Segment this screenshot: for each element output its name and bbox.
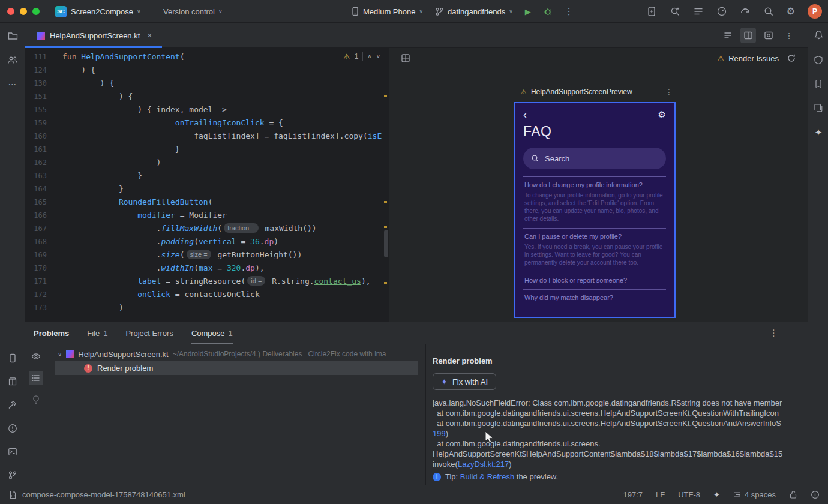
phone-preview[interactable]: ‹ ⚙ FAQ Search How do I change my profil… [514, 102, 676, 318]
code-line: 160 faqList[index] = faqList[index].copy… [25, 130, 389, 143]
lightbulb-icon[interactable] [29, 392, 43, 407]
render-issues-button[interactable]: ⚠ Render Issues [718, 54, 779, 63]
layers-icon[interactable] [814, 103, 823, 113]
faq-answer: To change your profile information, go t… [524, 191, 665, 223]
settings-gear-icon[interactable]: ⚙ [658, 109, 666, 120]
panel-options-kebab-icon[interactable]: ⋮ [769, 328, 778, 338]
info-circle-icon[interactable] [811, 490, 820, 499]
minimize-window-button[interactable] [20, 8, 27, 15]
encoding-widget[interactable]: UTF-8 [678, 490, 700, 499]
line-number: 171 [25, 275, 54, 288]
line-separator-widget[interactable]: LF [656, 490, 665, 499]
inspections-widget[interactable]: ⚠ 1 ∧ ∨ [343, 52, 380, 61]
tab-project-errors[interactable]: Project Errors [125, 322, 173, 344]
left-tool-rail: ⋯ [0, 23, 25, 485]
line-number: 173 [25, 301, 54, 314]
git-branch-icon[interactable] [8, 470, 17, 480]
notifications-bell-icon[interactable] [814, 30, 824, 40]
profiler-icon[interactable] [716, 6, 727, 17]
line-number: 172 [25, 288, 54, 301]
kotlin-file-icon [66, 350, 74, 358]
refresh-preview-icon[interactable] [784, 50, 799, 66]
zoom-window-button[interactable] [32, 8, 40, 15]
code-editor[interactable]: 111fun HelpAndSupportContent(124 ) {130 … [25, 48, 389, 322]
tab-label: File [87, 329, 100, 338]
details-view-icon[interactable] [29, 371, 43, 385]
version-control-menu-button[interactable]: Version control ∨ [163, 7, 223, 16]
minimize-panel-icon[interactable]: — [790, 329, 798, 338]
debug-button[interactable] [543, 7, 553, 16]
tab-label: Compose [191, 329, 225, 338]
faq-item[interactable]: How do I block or report someone? [523, 272, 666, 290]
tree-problem-row-selected[interactable]: ! Render problem [55, 361, 418, 375]
profile-avatar[interactable]: P [808, 4, 822, 19]
device-manager-icon[interactable] [814, 79, 823, 89]
faq-item[interactable]: Why did my match disappear? [523, 290, 666, 307]
run-button[interactable]: ▶ [525, 7, 531, 16]
run-options-kebab-icon[interactable]: ⋮ [565, 6, 574, 17]
tab-file[interactable]: File 1 [87, 322, 107, 344]
stack-source-link[interactable]: LazyDsl.kt:217 [458, 460, 509, 469]
next-problem-icon[interactable]: ∨ [376, 53, 380, 59]
project-menu-button[interactable]: Screen2Compose ∨ [71, 7, 141, 16]
tree-file-path: ~/AndroidStudioProjects/4.) Deliverables… [173, 350, 386, 358]
problems-icon[interactable] [8, 424, 17, 433]
problems-body: ∨ HelpAndSupportScreen.kt ~/AndroidStudi… [25, 344, 808, 485]
device-mirroring-icon[interactable] [646, 6, 657, 17]
terminal-icon[interactable] [8, 447, 17, 457]
warning-icon: ⚠ [343, 53, 350, 61]
editor-tab[interactable]: HelpAndSupportScreen.kt × [25, 23, 162, 48]
stack-source-link[interactable]: 199 [433, 429, 446, 438]
search-placeholder: Search [545, 154, 569, 163]
settings-gear-icon[interactable]: ⚙ [787, 7, 795, 16]
split-view-icon[interactable] [740, 28, 756, 43]
device-selector[interactable]: Medium Phone ∨ [351, 7, 423, 16]
tab-compose[interactable]: Compose 1 [191, 322, 233, 344]
preview-options-kebab-icon[interactable]: ⋮ [665, 87, 673, 97]
gemini-status-icon[interactable]: ✦ [713, 490, 720, 499]
branch-selector[interactable]: datingandfriends ∨ [435, 7, 513, 16]
logcat-icon[interactable] [693, 6, 704, 17]
preview-card-header: ⚠ HelpAndSupportScreenPreview ⋮ [514, 85, 676, 98]
indent-widget[interactable]: 4 spaces [733, 490, 776, 499]
faq-item[interactable]: How do I change my profile information?T… [523, 177, 666, 229]
design-view-icon[interactable] [761, 28, 776, 43]
faq-search-bar[interactable]: Search [523, 148, 666, 169]
faq-list: How do I change my profile information?T… [523, 176, 666, 307]
preview-layout-grid-icon[interactable] [398, 50, 413, 66]
faq-item[interactable]: Can I pause or delete my profile?Yes. If… [523, 229, 666, 272]
prev-problem-icon[interactable]: ∧ [367, 53, 371, 59]
fix-with-ai-button[interactable]: ✦ Fix with AI [433, 373, 496, 390]
warning-icon: ⚠ [718, 55, 725, 62]
stack-trace-line: HelpAndSupportScreenKt$HelpAndSupportCon… [433, 449, 798, 459]
search-icon[interactable] [763, 6, 774, 17]
status-file-widget[interactable]: compose-compose-model-1758748140651.xml [8, 490, 185, 499]
close-tab-icon[interactable]: × [147, 31, 152, 40]
editor-scrollbar[interactable] [384, 230, 388, 257]
app-insights-icon[interactable] [814, 55, 823, 65]
code-line: 130 ) { [25, 77, 389, 90]
warning-stripe-mark [384, 95, 387, 97]
running-devices-icon[interactable] [8, 353, 17, 363]
editor-options-kebab-icon[interactable]: ⋮ [781, 28, 797, 43]
stack-trace-line: invoke(LazyDsl.kt:217) [433, 459, 798, 469]
more-tool-windows-icon[interactable]: ⋯ [8, 79, 17, 89]
preview-eye-icon[interactable] [29, 349, 43, 364]
gradle-sync-icon[interactable] [740, 6, 751, 17]
users-icon[interactable] [7, 55, 18, 65]
tree-file-row[interactable]: ∨ HelpAndSupportScreen.kt ~/AndroidStudi… [47, 347, 421, 361]
error-icon: ! [84, 364, 92, 373]
chevron-down-icon[interactable]: ∨ [58, 351, 62, 358]
ai-search-icon[interactable] [670, 6, 680, 17]
git-branch-icon [435, 7, 444, 16]
unlock-icon[interactable] [789, 490, 797, 499]
close-window-button[interactable] [7, 8, 14, 15]
caret-position-widget[interactable]: 197:7 [623, 490, 643, 499]
code-view-icon[interactable] [720, 28, 736, 43]
gemini-sparkle-icon[interactable]: ✦ [815, 127, 823, 138]
package-icon[interactable] [8, 377, 17, 386]
back-icon[interactable]: ‹ [523, 109, 527, 120]
project-folder-icon[interactable] [8, 31, 18, 41]
build-refresh-link[interactable]: Build & Refresh [460, 472, 514, 481]
build-hammer-icon[interactable] [8, 400, 17, 410]
